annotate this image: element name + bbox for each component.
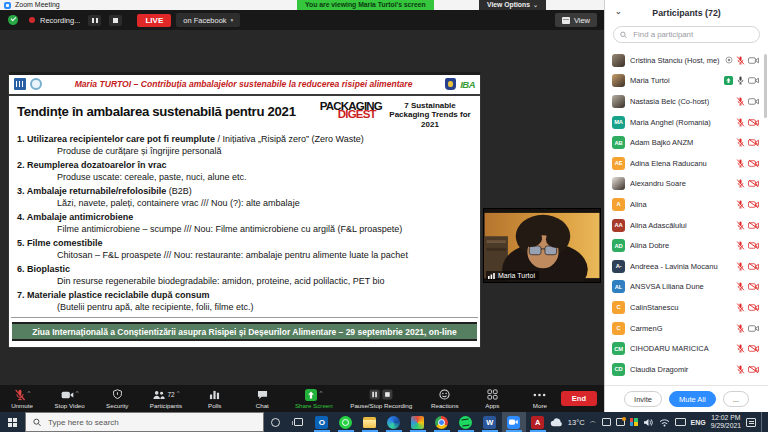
taskbar-app-outlook[interactable]: O — [310, 412, 334, 432]
taskbar-clock[interactable]: 12:02 PM 9/29/2021 — [711, 414, 741, 431]
start-button[interactable] — [0, 412, 25, 432]
toolbar-unmute-button[interactable]: ^Unmute — [7, 388, 37, 409]
participants-more-button[interactable]: ... — [723, 391, 749, 407]
taskbar-app-photos[interactable] — [406, 412, 430, 432]
participant-row[interactable]: AAAlina Adascălului — [605, 215, 768, 236]
view-options-button[interactable]: View Options ⌄ — [479, 0, 546, 10]
taskbar-search-box[interactable] — [25, 412, 265, 432]
participants-panel-title: Participants (72) — [652, 8, 720, 18]
participant-row[interactable]: Cristina Stanciu (Host, me) — [605, 50, 768, 71]
participant-row[interactable]: MAMaria Anghel (Romania) — [605, 112, 768, 133]
stop-recording-button[interactable] — [109, 15, 122, 26]
camera-off-icon — [748, 365, 759, 374]
taskbar-pinned-apps: OWA — [310, 412, 550, 432]
view-layout-button[interactable]: View — [555, 13, 597, 27]
taskbar-app-whatsapp[interactable] — [334, 412, 358, 432]
taskbar-search-input[interactable] — [46, 417, 256, 428]
more-icon — [533, 388, 546, 401]
toolbar-chat-button[interactable]: Chat — [247, 388, 277, 409]
participant-status-icons — [736, 179, 759, 188]
slide-item-detail: Lăzi, navete, paleți, containere vrac //… — [17, 198, 472, 210]
live-stream-target-dropdown[interactable]: on Facebook ▾ — [176, 13, 240, 27]
chevron-up-icon[interactable]: ^ — [76, 390, 79, 396]
action-center-icon[interactable] — [746, 418, 756, 427]
participants-scrollbar[interactable] — [764, 54, 767, 118]
camera-on-icon — [748, 76, 759, 85]
whatsapp-icon — [339, 416, 352, 429]
tray-overflow-chevron-icon[interactable]: ︿ — [590, 416, 597, 426]
presentation-slide: Maria TURTOI – Contribuția ambalajelor s… — [8, 72, 481, 348]
chevron-up-icon[interactable]: ^ — [319, 390, 322, 396]
edge-icon — [387, 416, 400, 429]
participant-status-icons — [736, 159, 759, 168]
tray-window-icon[interactable] — [602, 418, 611, 426]
weather-temperature[interactable]: 13°C — [568, 418, 585, 427]
toolbar-participants-button[interactable]: 72^Participants — [150, 388, 182, 409]
clock-time: 12:02 PM — [711, 414, 741, 422]
network-icon[interactable] — [659, 418, 670, 427]
collapse-panel-chevron-icon[interactable]: ⌄ — [615, 7, 622, 16]
participant-row[interactable]: Maria Turtoi — [605, 71, 768, 92]
participants-count-badge: 72 — [167, 391, 174, 398]
taskbar-app-chrome[interactable] — [430, 412, 454, 432]
participant-row[interactable]: ADAlina Dobre — [605, 235, 768, 256]
participant-row[interactable]: CCalinStanescu — [605, 297, 768, 318]
participant-row[interactable]: ALANSVSA Liliana Dune — [605, 277, 768, 298]
touch-keyboard-icon[interactable] — [675, 418, 686, 426]
participant-search-input[interactable] — [631, 29, 753, 40]
clock-date: 9/29/2021 — [711, 422, 741, 430]
tray-notification-icon[interactable] — [616, 418, 625, 426]
toolbar-share-screen-button[interactable]: ^Share Screen — [295, 388, 333, 409]
show-desktop-button[interactable] — [761, 412, 764, 432]
participant-avatar: AD — [612, 239, 625, 252]
taskbar-app-spotify[interactable] — [454, 412, 478, 432]
chevron-up-icon[interactable]: ^ — [28, 390, 31, 396]
tray-teams-icon[interactable] — [630, 418, 638, 426]
participant-row[interactable]: ABAdam Bajkó ANZM — [605, 132, 768, 153]
participant-row[interactable]: AAlina — [605, 194, 768, 215]
toolbar-pause-stop-recording-button[interactable]: Pause/Stop Recording — [350, 388, 412, 409]
mic-muted-icon — [736, 179, 745, 188]
taskbar-app-zoom[interactable] — [502, 412, 526, 432]
end-meeting-button[interactable]: End — [561, 391, 597, 406]
participant-row[interactable]: Alexandru Soare — [605, 174, 768, 195]
participant-status-icons — [736, 241, 759, 250]
taskbar-app-explorer[interactable] — [358, 412, 382, 432]
toolbar-stop-video-button[interactable]: ^Stop Video — [55, 388, 85, 409]
toolbar-security-button[interactable]: Security — [102, 388, 132, 409]
cortana-button[interactable] — [264, 418, 287, 427]
participant-avatar: CD — [612, 363, 625, 376]
task-view-button[interactable] — [287, 418, 310, 426]
toolbar-more-button[interactable]: More — [525, 388, 555, 409]
toolbar-reactions-button[interactable]: Reactions — [430, 388, 460, 409]
participant-row[interactable]: CCarmenG — [605, 318, 768, 339]
participant-row[interactable]: A-Andreea - Lavinia Mocanu — [605, 256, 768, 277]
chevron-up-icon[interactable]: ^ — [177, 390, 180, 396]
participant-name: Adina Elena Raducanu — [630, 159, 731, 168]
toolbar-apps-button[interactable]: Apps — [477, 388, 507, 409]
participant-avatar: AL — [612, 280, 625, 293]
zoom-app-icon — [4, 2, 11, 9]
taskbar-app-edge[interactable] — [382, 412, 406, 432]
video-thumbnail-maria-turtoi[interactable]: Maria Turtoi — [483, 208, 601, 283]
mute-all-button[interactable]: Mute All — [669, 391, 716, 407]
participant-row[interactable]: CMCIHODARU MARICICA — [605, 338, 768, 359]
participant-avatar: A — [612, 198, 625, 211]
taskbar-app-word[interactable]: W — [478, 412, 502, 432]
participant-row[interactable]: CDClaudia Dragomir — [605, 359, 768, 380]
invite-button[interactable]: Invite — [624, 391, 662, 407]
participant-search-box[interactable] — [613, 26, 760, 43]
participant-name: ANSVSA Liliana Dune — [630, 282, 731, 291]
participant-name: Cristina Stanciu (Host, me) — [630, 56, 720, 65]
language-indicator[interactable]: ENG — [691, 419, 706, 426]
participant-status-icons — [736, 365, 759, 374]
speaker-icon[interactable] — [643, 418, 654, 427]
taskbar-app-acrobat[interactable]: A — [526, 412, 550, 432]
grid-view-icon — [562, 17, 570, 24]
participant-row[interactable]: Nastasia Belc (Co-host) — [605, 91, 768, 112]
slide-item-heading: 6. Bioplastic — [17, 264, 472, 276]
participant-row[interactable]: AEAdina Elena Raducanu — [605, 153, 768, 174]
pause-recording-button[interactable] — [88, 15, 101, 26]
toolbar-polls-button[interactable]: Polls — [200, 388, 230, 409]
mic-muted-icon — [736, 241, 745, 250]
